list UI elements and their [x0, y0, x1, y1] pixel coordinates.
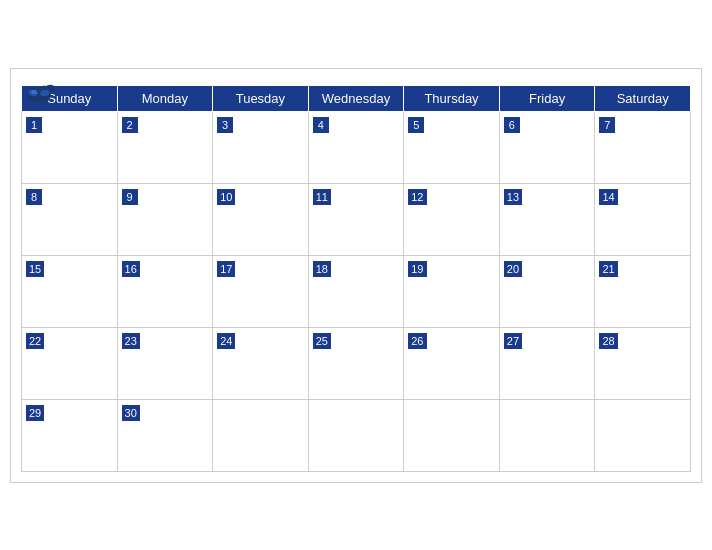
- calendar-cell: 12: [404, 183, 500, 255]
- week-row-1: 1234567: [22, 111, 691, 183]
- weekday-header-row: SundayMondayTuesdayWednesdayThursdayFrid…: [22, 85, 691, 111]
- day-number: 3: [217, 117, 233, 133]
- calendar-cell: 13: [499, 183, 595, 255]
- day-number: 6: [504, 117, 520, 133]
- day-number: 30: [122, 405, 140, 421]
- calendar-cell: 23: [117, 327, 213, 399]
- logo-area: [21, 79, 57, 107]
- calendar-container: SundayMondayTuesdayWednesdayThursdayFrid…: [10, 68, 702, 483]
- week-row-3: 15161718192021: [22, 255, 691, 327]
- calendar-cell: 5: [404, 111, 500, 183]
- calendar-cell: 6: [499, 111, 595, 183]
- day-number: 12: [408, 189, 426, 205]
- day-number: 5: [408, 117, 424, 133]
- calendar-cell: 21: [595, 255, 691, 327]
- week-row-5: 2930: [22, 399, 691, 471]
- weekday-header-friday: Friday: [499, 85, 595, 111]
- weekday-header-thursday: Thursday: [404, 85, 500, 111]
- day-number: 20: [504, 261, 522, 277]
- day-number: 11: [313, 189, 331, 205]
- day-number: 26: [408, 333, 426, 349]
- calendar-cell: 2: [117, 111, 213, 183]
- calendar-cell: 10: [213, 183, 309, 255]
- calendar-table: SundayMondayTuesdayWednesdayThursdayFrid…: [21, 85, 691, 472]
- calendar-cell: [499, 399, 595, 471]
- calendar-cell: 16: [117, 255, 213, 327]
- calendar-cell: 3: [213, 111, 309, 183]
- day-number: 24: [217, 333, 235, 349]
- weekday-header-monday: Monday: [117, 85, 213, 111]
- calendar-cell: 11: [308, 183, 404, 255]
- day-number: 10: [217, 189, 235, 205]
- calendar-cell: 19: [404, 255, 500, 327]
- weekday-header-wednesday: Wednesday: [308, 85, 404, 111]
- calendar-cell: 1: [22, 111, 118, 183]
- calendar-cell: 29: [22, 399, 118, 471]
- day-number: 2: [122, 117, 138, 133]
- calendar-body: 1234567891011121314151617181920212223242…: [22, 111, 691, 471]
- day-number: 7: [599, 117, 615, 133]
- calendar-cell: 9: [117, 183, 213, 255]
- calendar-cell: 30: [117, 399, 213, 471]
- day-number: 22: [26, 333, 44, 349]
- day-number: 25: [313, 333, 331, 349]
- day-number: 27: [504, 333, 522, 349]
- calendar-thead: SundayMondayTuesdayWednesdayThursdayFrid…: [22, 85, 691, 111]
- calendar-cell: [595, 399, 691, 471]
- calendar-cell: 8: [22, 183, 118, 255]
- day-number: 13: [504, 189, 522, 205]
- day-number: 15: [26, 261, 44, 277]
- calendar-cell: [213, 399, 309, 471]
- day-number: 16: [122, 261, 140, 277]
- calendar-cell: 14: [595, 183, 691, 255]
- day-number: 28: [599, 333, 617, 349]
- day-number: 8: [26, 189, 42, 205]
- day-number: 29: [26, 405, 44, 421]
- calendar-cell: 27: [499, 327, 595, 399]
- calendar-cell: [404, 399, 500, 471]
- weekday-header-tuesday: Tuesday: [213, 85, 309, 111]
- calendar-cell: [308, 399, 404, 471]
- calendar-cell: 22: [22, 327, 118, 399]
- day-number: 23: [122, 333, 140, 349]
- day-number: 9: [122, 189, 138, 205]
- calendar-cell: 26: [404, 327, 500, 399]
- calendar-cell: 15: [22, 255, 118, 327]
- day-number: 4: [313, 117, 329, 133]
- day-number: 14: [599, 189, 617, 205]
- week-row-4: 22232425262728: [22, 327, 691, 399]
- calendar-cell: 7: [595, 111, 691, 183]
- day-number: 21: [599, 261, 617, 277]
- day-number: 18: [313, 261, 331, 277]
- calendar-cell: 25: [308, 327, 404, 399]
- day-number: 19: [408, 261, 426, 277]
- logo-bird-icon: [21, 79, 57, 107]
- calendar-cell: 4: [308, 111, 404, 183]
- calendar-cell: 17: [213, 255, 309, 327]
- calendar-cell: 18: [308, 255, 404, 327]
- day-number: 1: [26, 117, 42, 133]
- calendar-cell: 28: [595, 327, 691, 399]
- calendar-cell: 20: [499, 255, 595, 327]
- day-number: 17: [217, 261, 235, 277]
- calendar-cell: 24: [213, 327, 309, 399]
- weekday-header-saturday: Saturday: [595, 85, 691, 111]
- week-row-2: 891011121314: [22, 183, 691, 255]
